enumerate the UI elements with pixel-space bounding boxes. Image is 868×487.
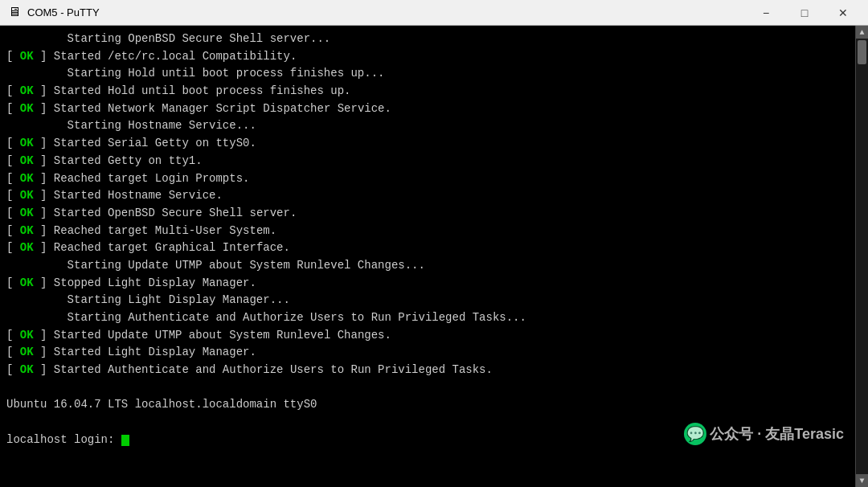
title-bar-left: 🖥 COM5 - PuTTY — [6, 5, 100, 21]
minimize-button[interactable]: − — [747, 2, 784, 24]
title-bar: 🖥 COM5 - PuTTY − □ ✕ — [0, 0, 868, 26]
scroll-down-button[interactable]: ▼ — [856, 474, 869, 487]
scroll-up-button[interactable]: ▲ — [856, 26, 869, 39]
scroll-thumb[interactable] — [858, 40, 866, 64]
scroll-track[interactable] — [856, 39, 868, 474]
close-button[interactable]: ✕ — [825, 2, 862, 24]
terminal-window[interactable]: Starting OpenBSD Secure Shell server... … — [0, 26, 868, 487]
putty-icon: 🖥 — [6, 5, 23, 21]
scrollbar[interactable]: ▲ ▼ — [855, 26, 868, 487]
maximize-button[interactable]: □ — [786, 2, 823, 24]
window-title: COM5 - PuTTY — [27, 6, 100, 18]
terminal-output[interactable]: Starting OpenBSD Secure Shell server... … — [0, 26, 855, 487]
window-controls: − □ ✕ — [747, 2, 862, 24]
